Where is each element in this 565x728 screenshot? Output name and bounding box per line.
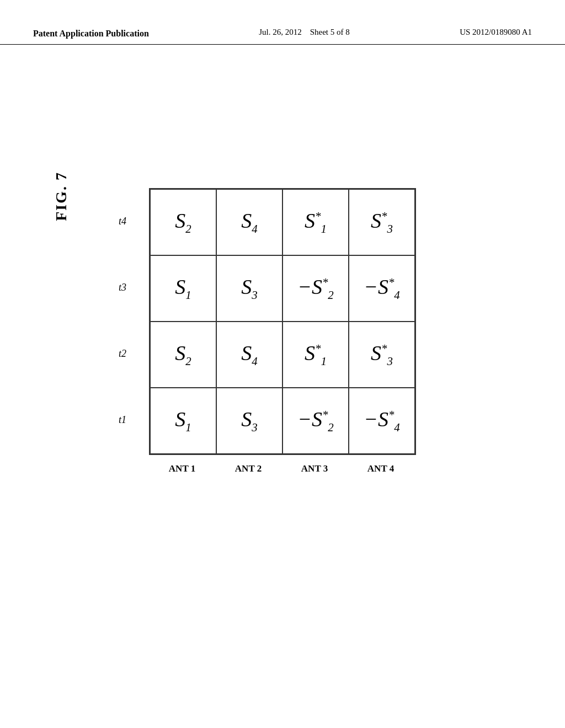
grid-cell-t4-ant4: S*3 [349,189,415,255]
time-label-t3: t3 [119,282,126,293]
antenna-labels: ANT 1 ANT 2 ANT 3 ANT 4 [149,463,414,474]
ant-label-3: ANT 3 [281,463,348,474]
time-label-t1: t1 [119,414,126,426]
time-labels: t4 t3 t2 t1 [119,188,126,453]
grid-cell-t1-ant2: S3 [216,388,282,454]
signal-grid: S2 S4 S*1 S*3 S1 S3 −S*2 −S*4 [149,188,416,455]
header-sheet: Sheet 5 of 8 [310,28,350,36]
grid-cell-t2-ant1: S2 [150,322,216,388]
header-date: Jul. 26, 2012 [259,28,302,36]
header-patent-number: US 2012/0189080 A1 [460,28,532,37]
grid-cell-t3-ant2: S3 [216,255,282,322]
grid-cell-t1-ant3: −S*2 [282,388,349,454]
ant-label-4: ANT 4 [348,463,414,474]
ant-label-1: ANT 1 [149,463,215,474]
grid-cell-t3-ant3: −S*2 [282,255,349,322]
grid-cell-t4-ant3: S*1 [282,189,349,255]
grid-cell-t2-ant2: S4 [216,322,282,388]
grid-cell-t3-ant4: −S*4 [349,255,415,322]
diagram-area: t4 t3 t2 t1 S2 S4 S*1 S*3 S1 S [149,188,416,474]
grid-cell-t3-ant1: S1 [150,255,216,322]
grid-cell-t4-ant1: S2 [150,189,216,255]
ant-label-2: ANT 2 [215,463,281,474]
grid-cell-t2-ant4: S*3 [349,322,415,388]
header-publication-label: Patent Application Publication [33,28,149,40]
header-date-sheet: Jul. 26, 2012 Sheet 5 of 8 [259,28,350,37]
grid-cell-t4-ant2: S4 [216,189,282,255]
main-content: FIG. 7 t4 t3 t2 t1 S2 S4 S*1 S*3 S1 [0,45,565,474]
time-label-t4: t4 [119,216,126,227]
grid-cell-t1-ant1: S1 [150,388,216,454]
time-label-t2: t2 [119,348,126,360]
figure-label: FIG. 7 [52,172,70,221]
grid-cell-t1-ant4: −S*4 [349,388,415,454]
grid-cell-t2-ant3: S*1 [282,322,349,388]
page-header: Patent Application Publication Jul. 26, … [0,0,565,45]
